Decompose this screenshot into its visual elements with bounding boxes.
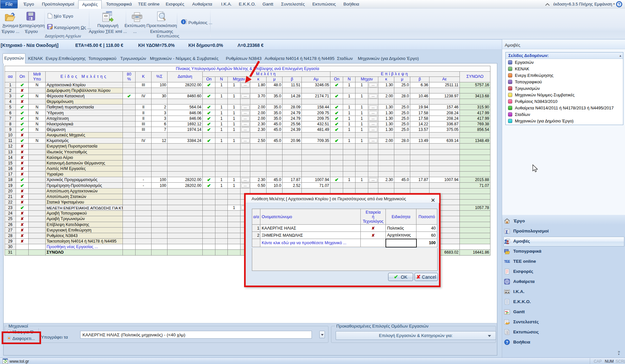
svg-text:IKA: IKA — [505, 291, 510, 294]
svg-text:i: i — [183, 20, 184, 24]
svg-text:Σ: Σ — [505, 230, 508, 234]
svg-text:<>: <> — [104, 14, 108, 18]
svg-text:TEE: TEE — [504, 259, 510, 263]
svg-text:?: ? — [506, 340, 508, 345]
svg-text:?: ? — [618, 2, 620, 7]
